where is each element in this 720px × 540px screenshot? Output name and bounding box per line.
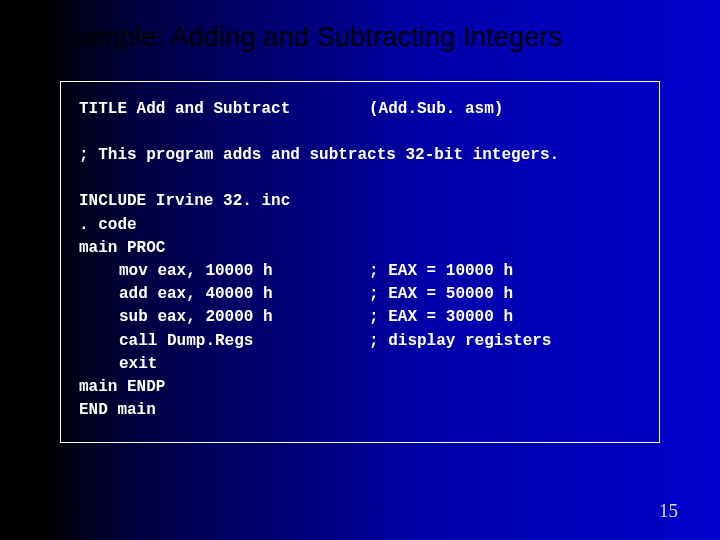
code-line: INCLUDE Irvine 32. inc [79, 190, 641, 213]
code-line: END main [79, 399, 641, 422]
code-comment: ; display registers [369, 330, 641, 353]
code-text: add eax, 40000 h [79, 283, 369, 306]
blank-line [79, 167, 641, 190]
code-line: ; This program adds and subtracts 32-bit… [79, 144, 641, 167]
blank-line [79, 121, 641, 144]
slide-title: Example: Adding and Subtracting Integers [0, 0, 720, 53]
code-line: . code [79, 214, 641, 237]
code-text: main PROC [79, 237, 165, 260]
code-text: (Add.Sub. asm) [369, 98, 641, 121]
code-line: sub eax, 20000 h ; EAX = 30000 h [79, 306, 641, 329]
code-comment: ; EAX = 10000 h [369, 260, 641, 283]
code-line: add eax, 40000 h ; EAX = 50000 h [79, 283, 641, 306]
code-comment: ; EAX = 50000 h [369, 283, 641, 306]
code-text: . code [79, 214, 137, 237]
code-line: main ENDP [79, 376, 641, 399]
code-line: exit [79, 353, 641, 376]
code-text: exit [119, 353, 157, 376]
code-text: INCLUDE Irvine 32. inc [79, 190, 290, 213]
code-text: sub eax, 20000 h [79, 306, 369, 329]
code-line: main PROC [79, 237, 641, 260]
code-text: main ENDP [79, 376, 165, 399]
code-text: call Dump.Regs [79, 330, 369, 353]
page-number: 15 [659, 500, 678, 522]
code-text: mov eax, 10000 h [79, 260, 369, 283]
code-line: mov eax, 10000 h ; EAX = 10000 h [79, 260, 641, 283]
code-comment: ; EAX = 30000 h [369, 306, 641, 329]
code-text: END main [79, 399, 156, 422]
code-box: TITLE Add and Subtract (Add.Sub. asm) ; … [60, 81, 660, 443]
code-line: TITLE Add and Subtract (Add.Sub. asm) [79, 98, 641, 121]
code-line: call Dump.Regs ; display registers [79, 330, 641, 353]
code-text: TITLE Add and Subtract [79, 98, 369, 121]
code-text: ; This program adds and subtracts 32-bit… [79, 144, 559, 167]
